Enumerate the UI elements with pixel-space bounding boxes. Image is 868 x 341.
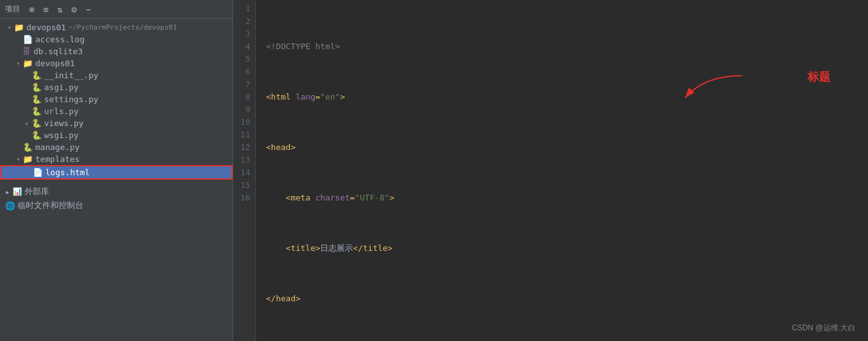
doctype-text: <!DOCTYPE html>	[266, 42, 340, 51]
file-py-icon: 🐍	[32, 71, 42, 80]
chevron-icon: ▾	[14, 156, 23, 163]
tree-item-label: settings.py	[44, 95, 98, 104]
code-line-6: </head>	[266, 292, 868, 305]
line-num-16: 16	[238, 192, 250, 204]
file-sqlite-icon: 🗄	[23, 47, 31, 56]
code-line-2: <html lang="en">	[266, 91, 868, 103]
sidebar-tree: ▾ 📁 devops01 ~/PycharmProjects/devops01 …	[0, 19, 233, 341]
tree-item-templates[interactable]: ▾ 📁 templates	[0, 153, 233, 165]
line-num-1: 1	[238, 3, 250, 15]
tree-item-init-py[interactable]: 🐍 __init__.py	[0, 69, 233, 81]
editor: 1 2 3 4 5 6 7 8 9 10 11 12 13 14 15 16 <…	[233, 0, 868, 341]
tree-item-label: manage.py	[35, 142, 79, 152]
tree-item-label: 外部库	[25, 186, 49, 197]
code-line-3: <head>	[266, 141, 868, 154]
line-num-4: 4	[238, 40, 250, 53]
folder-open-icon: 📁	[23, 59, 33, 68]
line-num-2: 2	[238, 15, 250, 28]
file-py-icon: 🐍	[32, 95, 42, 104]
tree-item-temp-files[interactable]: 🌐 临时文件和控制台	[0, 199, 233, 212]
tree-item-wsgi-py[interactable]: 🐍 wsgi.py	[0, 129, 233, 141]
line-num-9: 9	[238, 103, 250, 116]
settings-icon[interactable]: ⚙	[69, 3, 79, 16]
tree-item-label: wsgi.py	[44, 130, 79, 140]
tree-item-sublabel: ~/PycharmProjects/devops01	[69, 23, 177, 32]
tree-item-asgi-py[interactable]: 🐍 asgi.py	[0, 81, 233, 93]
tree-item-db-sqlite3[interactable]: 🗄 db.sqlite3	[0, 45, 233, 57]
temp-icon: 🌐	[5, 201, 15, 211]
line-numbers: 1 2 3 4 5 6 7 8 9 10 11 12 13 14 15 16	[233, 0, 256, 341]
tree-item-label: 临时文件和控制台	[18, 200, 83, 211]
tree-item-label: __init__.py	[44, 71, 98, 80]
tree-item-devops01-root[interactable]: ▾ 📁 devops01 ~/PycharmProjects/devops01	[0, 21, 233, 33]
line-num-12: 12	[238, 141, 250, 154]
tree-item-urls-py[interactable]: 🐍 urls.py	[0, 105, 233, 117]
sidebar: 项目 ⊕ ≡ ⇅ ⚙ − ▾ 📁 devops01 ~/PycharmProje…	[0, 0, 233, 341]
chevron-icon: ▸	[5, 187, 10, 197]
project-label: 项目	[5, 4, 20, 14]
sidebar-toolbar: 项目 ⊕ ≡ ⇅ ⚙ −	[0, 0, 233, 19]
chevron-icon: ▸	[23, 120, 32, 127]
folder-open-icon: 📁	[23, 154, 33, 164]
file-py-icon: 🐍	[32, 130, 42, 140]
tree-item-views-py[interactable]: ▸ 🐍 views.py	[0, 117, 233, 129]
tree-item-manage-py[interactable]: 🐍 manage.py	[0, 141, 233, 153]
line-num-10: 10	[238, 116, 250, 129]
line-num-15: 15	[238, 179, 250, 192]
minimize-icon[interactable]: −	[83, 3, 93, 16]
file-py-icon: 🐍	[32, 118, 42, 128]
code-area[interactable]: 1 2 3 4 5 6 7 8 9 10 11 12 13 14 15 16 <…	[233, 0, 868, 341]
tree-item-logs-html[interactable]: 📄 logs.html	[0, 165, 233, 180]
tree-item-label: devops01	[35, 59, 75, 68]
code-content[interactable]: <!DOCTYPE html> <html lang="en"> <head> …	[256, 0, 868, 341]
line-num-13: 13	[238, 154, 250, 166]
line-num-7: 7	[238, 78, 250, 91]
tree-item-label: asgi.py	[44, 83, 79, 92]
tree-item-label: templates	[35, 154, 79, 164]
tree-item-settings-py[interactable]: 🐍 settings.py	[0, 93, 233, 105]
tag-html: <html lang="en">	[266, 92, 345, 101]
file-py-icon: 🐍	[32, 107, 42, 116]
line-num-14: 14	[238, 166, 250, 179]
chevron-icon: ▾	[5, 24, 14, 31]
tree-item-external-libs[interactable]: ▸ 📊 外部库	[0, 185, 233, 199]
tree-item-devops01-sub[interactable]: ▾ 📁 devops01	[0, 57, 233, 69]
list-icon[interactable]: ≡	[40, 3, 50, 16]
chevron-icon: ▾	[14, 60, 23, 67]
line-num-5: 5	[238, 53, 250, 66]
tag-head: <head>	[266, 142, 296, 152]
file-py-icon: 🐍	[23, 142, 33, 152]
ext-lib-icon: 📊	[13, 187, 22, 196]
watermark: CSDN @运维.大白	[792, 323, 855, 333]
file-html-icon: 📄	[33, 168, 43, 177]
tag-title: <title>日志展示</title>	[286, 243, 392, 253]
tree-item-label: urls.py	[44, 107, 79, 116]
code-line-5: <title>日志展示</title>	[266, 242, 868, 255]
sort-icon[interactable]: ⇅	[55, 3, 65, 16]
tree-item-access-log[interactable]: 📄 access.log	[0, 33, 233, 45]
file-log-icon: 📄	[23, 35, 33, 44]
line-num-11: 11	[238, 129, 250, 141]
code-line-4: <meta charset="UTF-8">	[266, 192, 868, 204]
tree-item-label: access.log	[35, 35, 84, 44]
tree-item-label: logs.html	[45, 168, 90, 177]
tree-item-label: devops01	[26, 23, 66, 32]
tree-item-label: views.py	[44, 118, 84, 128]
line-num-3: 3	[238, 28, 250, 40]
line-num-6: 6	[238, 66, 250, 78]
code-line-1: <!DOCTYPE html>	[266, 40, 868, 53]
line-num-8: 8	[238, 91, 250, 103]
add-icon[interactable]: ⊕	[26, 3, 37, 16]
folder-open-icon: 📁	[14, 23, 24, 32]
tag-head-close: </head>	[266, 294, 301, 303]
tree-item-label: db.sqlite3	[33, 47, 83, 56]
tag-meta: <meta charset="UTF-8">	[286, 193, 394, 202]
file-py-icon: 🐍	[32, 83, 42, 92]
